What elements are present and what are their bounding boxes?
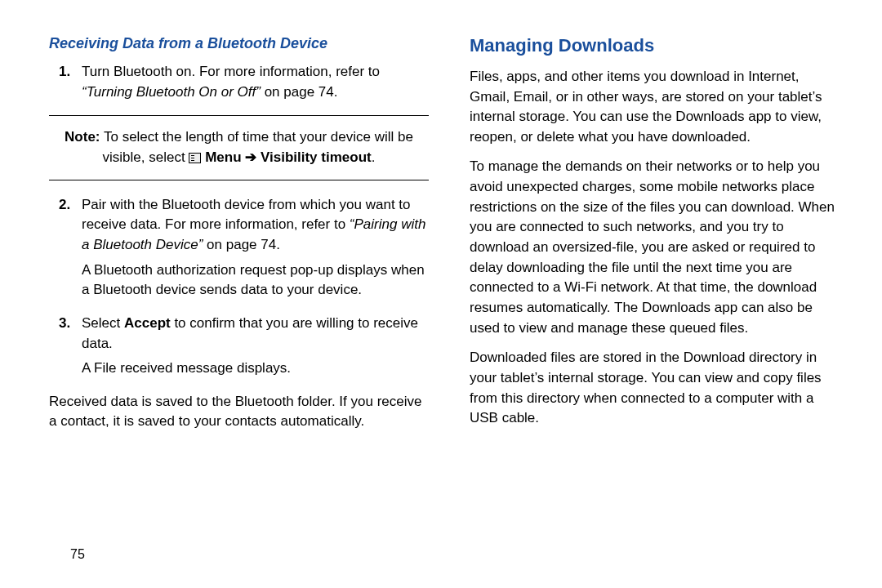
- section-heading-receiving: Receiving Data from a Bluetooth Device: [49, 33, 429, 54]
- step-1-text-a: Turn Bluetooth on. For more information,…: [82, 64, 380, 79]
- step-2: Pair with the Bluetooth device from whic…: [82, 195, 429, 301]
- right-column: Managing Downloads Files, apps, and othe…: [470, 33, 841, 439]
- section-heading-managing: Managing Downloads: [470, 33, 841, 59]
- right-p1: Files, apps, and other items you downloa…: [470, 67, 841, 148]
- step-3: Select Accept to confirm that you are wi…: [82, 314, 429, 379]
- step-1-text-b: on page 74.: [261, 84, 338, 100]
- page-number: 75: [70, 545, 85, 564]
- step-1: Turn Bluetooth on. For more information,…: [82, 62, 429, 102]
- step-1-ref: “Turning Bluetooth On or Off”: [82, 84, 261, 100]
- steps-list: Turn Bluetooth on. For more information,…: [49, 62, 429, 102]
- steps-list-cont: Pair with the Bluetooth device from whic…: [49, 195, 429, 379]
- note-label: Note:: [65, 129, 100, 145]
- right-p2: To manage the demands on their networks …: [470, 157, 841, 338]
- closing-paragraph: Received data is saved to the Bluetooth …: [49, 392, 429, 432]
- right-p3: Downloaded files are stored in the Downl…: [470, 348, 841, 429]
- note-visibility: Visibility timeout: [261, 149, 372, 165]
- step-2-text-c: A Bluetooth authorization request pop-up…: [82, 261, 429, 301]
- menu-icon: [189, 153, 201, 163]
- note-end: .: [372, 149, 376, 165]
- left-column: Receiving Data from a Bluetooth Device T…: [49, 33, 429, 439]
- note-menu: Menu: [205, 149, 241, 165]
- note-box: Note: To select the length of time that …: [49, 115, 429, 180]
- note-arrow: ➔: [242, 149, 261, 165]
- step-3-accept: Accept: [124, 315, 171, 331]
- step-3-text-a: Select: [82, 315, 124, 331]
- step-2-text-b: on page 74.: [203, 237, 280, 252]
- page-columns: Receiving Data from a Bluetooth Device T…: [49, 33, 841, 439]
- step-3-text-c: A File received message displays.: [82, 359, 429, 379]
